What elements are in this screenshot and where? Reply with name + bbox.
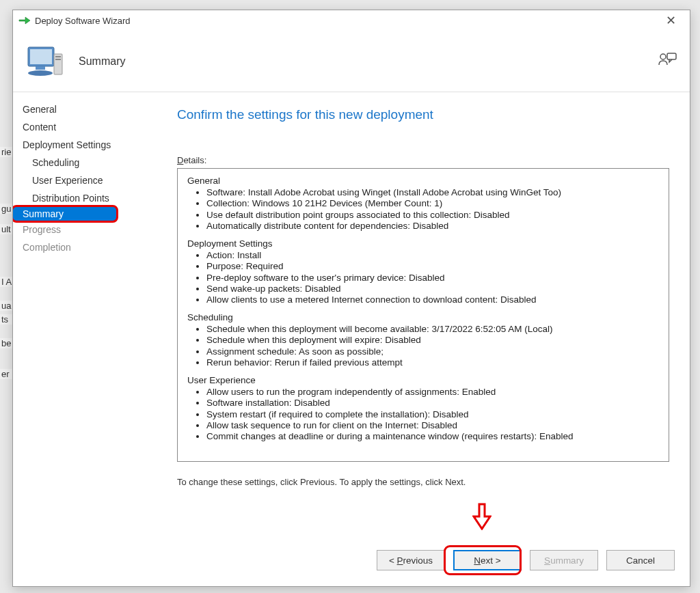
nav-item-scheduling[interactable]: Scheduling (13, 154, 151, 171)
details-line: Software installation: Disabled (206, 398, 664, 409)
close-button[interactable]: ✕ (657, 11, 684, 30)
details-line: System restart (if required to complete … (206, 409, 664, 420)
details-line: Rerun behavior: Rerun if failed previous… (206, 357, 664, 368)
details-line: Pre-deploy software to the user's primar… (206, 273, 664, 284)
details-section-title: Scheduling (187, 312, 664, 323)
svg-rect-4 (55, 59, 61, 60)
details-line: Use default distribution point groups as… (206, 210, 664, 221)
details-line: Schedule when this deployment will expir… (206, 335, 664, 346)
details-section-list: Schedule when this deployment will becom… (187, 324, 664, 368)
nav-item-user-experience[interactable]: User Experience (13, 171, 151, 189)
svg-rect-8 (667, 53, 676, 59)
svg-point-6 (28, 70, 53, 76)
details-line: Action: Install (206, 250, 664, 261)
details-section-title: Deployment Settings (187, 238, 664, 249)
details-textbox[interactable]: GeneralSoftware: Install Adobe Acrobat u… (177, 168, 669, 462)
details-line: Collection: Windows 10 21H2 Devices (Mem… (206, 198, 664, 209)
details-line: Automatically distribute content for dep… (206, 221, 664, 232)
details-line: Commit changes at deadline or during a m… (206, 431, 664, 442)
page-title: Summary (79, 55, 657, 68)
details-line: Software: Install Adobe Acrobat using Wi… (206, 187, 664, 198)
details-line: Allow clients to use a metered Internet … (206, 294, 664, 305)
details-section-list: Allow users to run the program independe… (187, 387, 664, 442)
wizard-arrow-icon (18, 16, 31, 25)
details-line: Assignment schedule: As soon as possible… (206, 346, 664, 357)
cancel-button[interactable]: Cancel (606, 550, 675, 570)
body-area: GeneralContentDeployment SettingsSchedul… (13, 92, 690, 534)
svg-rect-1 (30, 49, 52, 64)
details-section-list: Software: Install Adobe Acrobat using Wi… (187, 187, 664, 232)
deploy-software-wizard-dialog: Deploy Software Wizard ✕ Summary (12, 10, 690, 587)
hint-text: To change these settings, click Previous… (177, 477, 669, 487)
next-button[interactable]: Next > (453, 550, 522, 570)
nav-item-content[interactable]: Content (13, 118, 151, 136)
nav-item-progress: Progress (13, 221, 151, 238)
details-section-title: General (187, 176, 664, 187)
previous-button[interactable]: < Previous (377, 550, 445, 570)
details-line: Schedule when this deployment will becom… (206, 324, 664, 335)
details-label: Details: (177, 155, 669, 165)
details-section-title: User Experience (187, 375, 664, 386)
content-area: Confirm the settings for this new deploy… (151, 92, 690, 534)
svg-rect-5 (36, 66, 45, 70)
titlebar: Deploy Software Wizard ✕ (13, 10, 690, 31)
details-line: Allow task sequence to run for client on… (206, 420, 664, 431)
nav-item-deployment-settings[interactable]: Deployment Settings (13, 136, 151, 154)
computer-icon (25, 44, 64, 79)
svg-rect-3 (55, 56, 61, 57)
feedback-icon[interactable] (657, 51, 677, 72)
details-line: Send wake-up packets: Disabled (206, 284, 664, 294)
details-line: Purpose: Required (206, 261, 664, 272)
svg-point-7 (660, 54, 666, 59)
content-heading: Confirm the settings for this new deploy… (177, 107, 669, 122)
button-bar: < Previous Next > Summary Cancel (13, 534, 690, 586)
window-title: Deploy Software Wizard (35, 16, 657, 26)
details-section-list: Action: InstallPurpose: RequiredPre-depl… (187, 250, 664, 305)
summary-button: Summary (530, 550, 598, 570)
header-panel: Summary (13, 31, 690, 92)
nav-item-completion: Completion (13, 238, 151, 256)
nav-item-general[interactable]: General (13, 100, 151, 118)
details-line: Allow users to run the program independe… (206, 387, 664, 398)
wizard-nav-sidebar: GeneralContentDeployment SettingsSchedul… (13, 92, 151, 534)
